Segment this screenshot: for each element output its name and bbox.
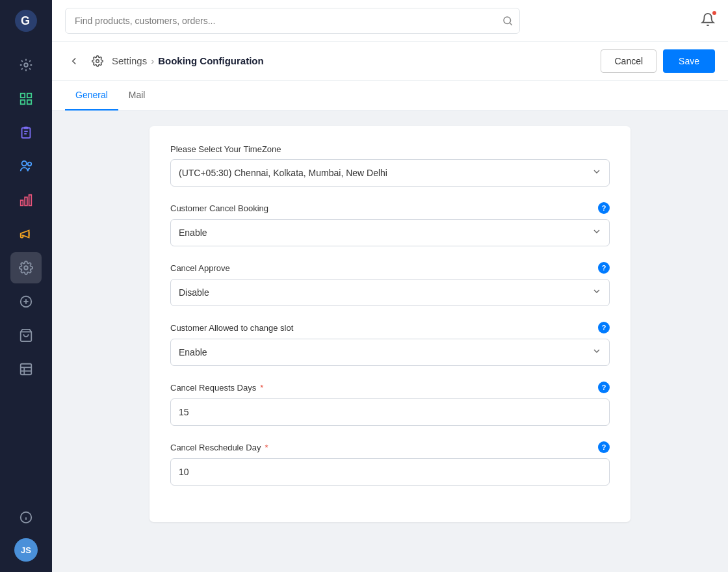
svg-rect-14: [29, 195, 32, 206]
breadcrumb-current: Booking Configuration: [158, 55, 263, 66]
subheader-actions: Cancel Save: [601, 49, 715, 73]
sidebar-item-users[interactable]: [10, 151, 42, 182]
subheader: Settings › Booking Configuration Cancel …: [52, 42, 728, 81]
cancel-reschedule-day-label: Cancel Reschedule Day * ?: [170, 441, 610, 453]
svg-text:G: G: [21, 14, 30, 27]
cancel-approve-help-icon[interactable]: ?: [598, 262, 610, 274]
cancel-request-days-group: Cancel Requests Days * ?: [170, 382, 610, 426]
sidebar: G: [0, 0, 52, 572]
sidebar-item-clipboard[interactable]: [10, 117, 42, 148]
breadcrumb-parent[interactable]: Settings: [112, 55, 147, 66]
cancel-request-days-help-icon[interactable]: ?: [598, 382, 610, 393]
customer-cancel-help-icon[interactable]: ?: [598, 202, 610, 214]
sidebar-item-megaphone[interactable]: [10, 218, 42, 250]
tab-mail[interactable]: Mail: [118, 81, 156, 110]
search-input[interactable]: [65, 8, 520, 34]
cancel-reschedule-day-required: *: [265, 443, 268, 452]
topbar: [52, 0, 728, 42]
customer-cancel-group: Customer Cancel Booking ? EnableDisable: [170, 202, 610, 246]
customer-cancel-label: Customer Cancel Booking ?: [170, 202, 610, 214]
tabs-bar: General Mail: [52, 81, 728, 110]
notification-button[interactable]: [701, 12, 715, 29]
tab-general[interactable]: General: [65, 81, 118, 110]
cancel-button[interactable]: Cancel: [601, 49, 656, 73]
sidebar-item-cart[interactable]: [10, 320, 42, 351]
timezone-label: Please Select Your TimeZone: [170, 144, 610, 154]
sidebar-item-chart[interactable]: [10, 185, 42, 216]
cancel-reschedule-day-help-icon[interactable]: ?: [598, 441, 610, 453]
booking-config-form: Please Select Your TimeZone (UTC+05:30) …: [150, 126, 630, 522]
main-content: Settings › Booking Configuration Cancel …: [52, 0, 728, 572]
sidebar-item-info[interactable]: [10, 502, 42, 533]
change-slot-label: Customer Allowed to change slot ?: [170, 322, 610, 333]
sidebar-item-grid[interactable]: [10, 83, 42, 114]
back-button[interactable]: [65, 52, 83, 70]
save-button[interactable]: Save: [663, 49, 715, 73]
cancel-approve-group: Cancel Approve ? EnableDisable: [170, 262, 610, 306]
timezone-select-wrapper: (UTC+05:30) Chennai, Kolkata, Mumbai, Ne…: [170, 159, 610, 187]
cancel-request-days-required: *: [260, 383, 263, 393]
svg-rect-7: [22, 128, 31, 138]
cancel-reschedule-day-input[interactable]: [170, 458, 610, 486]
change-slot-select-wrapper: EnableDisable: [170, 339, 610, 366]
search-icon[interactable]: [502, 15, 514, 27]
subheader-nav: Settings › Booking Configuration: [65, 52, 593, 70]
change-slot-select[interactable]: EnableDisable: [170, 339, 610, 366]
sidebar-bottom: JS: [10, 494, 42, 572]
logo[interactable]: G: [0, 0, 52, 42]
svg-point-11: [28, 162, 32, 166]
change-slot-help-icon[interactable]: ?: [598, 322, 610, 333]
svg-rect-13: [25, 197, 27, 205]
svg-point-15: [24, 266, 28, 270]
svg-line-28: [510, 23, 512, 25]
settings-subheader-icon[interactable]: [88, 52, 107, 70]
topbar-right: [701, 12, 715, 29]
sidebar-nav: [10, 42, 42, 494]
customer-cancel-select-wrapper: EnableDisable: [170, 219, 610, 246]
timezone-group: Please Select Your TimeZone (UTC+05:30) …: [170, 144, 610, 187]
cancel-approve-select-wrapper: EnableDisable: [170, 279, 610, 306]
svg-point-10: [22, 161, 27, 166]
avatar[interactable]: JS: [14, 538, 38, 562]
svg-rect-5: [21, 100, 25, 104]
breadcrumb: Settings › Booking Configuration: [112, 55, 264, 66]
notification-badge: [711, 10, 718, 16]
change-slot-group: Customer Allowed to change slot ? Enable…: [170, 322, 610, 366]
search-wrapper: [65, 8, 520, 34]
customer-cancel-select[interactable]: EnableDisable: [170, 219, 610, 246]
sidebar-item-settings[interactable]: [10, 252, 42, 283]
svg-rect-6: [27, 100, 31, 104]
sidebar-item-add[interactable]: [10, 286, 42, 317]
svg-rect-4: [27, 94, 31, 98]
sidebar-item-dashboard[interactable]: [10, 49, 42, 81]
svg-point-2: [24, 63, 28, 67]
cancel-approve-label: Cancel Approve ?: [170, 262, 610, 274]
svg-rect-3: [21, 94, 25, 98]
svg-rect-20: [21, 364, 32, 375]
svg-rect-12: [21, 200, 23, 205]
page-content: General Mail Please Select Your TimeZone…: [52, 81, 728, 572]
timezone-select[interactable]: (UTC+05:30) Chennai, Kolkata, Mumbai, Ne…: [170, 159, 610, 187]
svg-point-27: [504, 17, 511, 24]
cancel-request-days-label: Cancel Requests Days * ?: [170, 382, 610, 393]
svg-point-29: [96, 59, 99, 62]
cancel-reschedule-day-group: Cancel Reschedule Day * ?: [170, 441, 610, 486]
sidebar-item-table[interactable]: [10, 354, 42, 385]
cancel-request-days-input[interactable]: [170, 398, 610, 426]
breadcrumb-separator: ›: [151, 55, 154, 66]
cancel-approve-select[interactable]: EnableDisable: [170, 279, 610, 306]
